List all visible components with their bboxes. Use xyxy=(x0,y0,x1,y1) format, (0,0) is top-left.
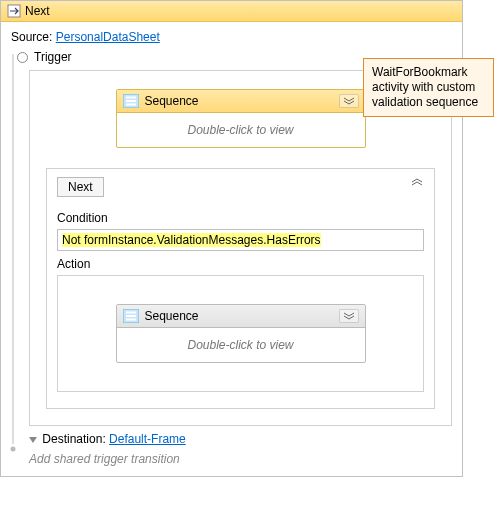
next-button[interactable]: Next xyxy=(57,177,104,197)
sequence-icon xyxy=(123,94,139,108)
svg-rect-3 xyxy=(126,97,136,99)
svg-rect-7 xyxy=(126,312,136,314)
source-row: Source: PersonalDataSheet xyxy=(11,30,452,44)
action-label: Action xyxy=(57,257,424,271)
svg-point-1 xyxy=(11,447,16,452)
connector-line xyxy=(8,54,18,454)
condition-input[interactable]: Not formInstance.ValidationMessages.HasE… xyxy=(57,229,424,251)
condition-value: Not formInstance.ValidationMessages.HasE… xyxy=(62,233,321,247)
trigger-label: Trigger xyxy=(34,50,72,64)
action-container: Sequence Double-click to view xyxy=(57,275,424,392)
svg-rect-9 xyxy=(126,319,136,321)
action-sequence-hint: Double-click to view xyxy=(117,328,365,362)
trigger-sequence-card[interactable]: Sequence Double-click to view xyxy=(116,89,366,148)
annotation-callout: WaitForBookmark activity with custom val… xyxy=(363,58,494,117)
transition-detail-box: Next Condition Not formInstance.Validati… xyxy=(46,168,435,409)
chevron-up-icon[interactable] xyxy=(408,175,426,189)
trigger-container: Sequence Double-click to view Next Condi… xyxy=(29,70,452,426)
trigger-sequence-hint: Double-click to view xyxy=(117,113,365,147)
destination-link[interactable]: Default-Frame xyxy=(109,432,186,446)
source-label: Source: xyxy=(11,30,52,44)
title-text: Next xyxy=(25,4,50,18)
trigger-sequence-title: Sequence xyxy=(145,94,199,108)
sequence-icon xyxy=(123,309,139,323)
transition-icon xyxy=(7,4,21,18)
condition-label: Condition xyxy=(57,211,424,225)
radio-icon[interactable] xyxy=(17,52,28,63)
svg-rect-8 xyxy=(126,315,136,317)
chevron-down-icon[interactable] xyxy=(339,309,359,323)
action-sequence-card[interactable]: Sequence Double-click to view xyxy=(116,304,366,363)
title-bar[interactable]: Next xyxy=(1,1,462,22)
trigger-sequence-header[interactable]: Sequence xyxy=(117,90,365,113)
source-link[interactable]: PersonalDataSheet xyxy=(56,30,160,44)
action-sequence-title: Sequence xyxy=(145,309,199,323)
destination-row: Destination: Default-Frame xyxy=(29,432,452,446)
svg-rect-4 xyxy=(126,100,136,102)
destination-label: Destination: xyxy=(42,432,105,446)
action-sequence-header[interactable]: Sequence xyxy=(117,305,365,328)
chevron-down-icon[interactable] xyxy=(339,94,359,108)
svg-rect-5 xyxy=(126,104,136,106)
arrow-down-icon xyxy=(29,437,37,443)
add-shared-trigger[interactable]: Add shared trigger transition xyxy=(29,452,452,466)
